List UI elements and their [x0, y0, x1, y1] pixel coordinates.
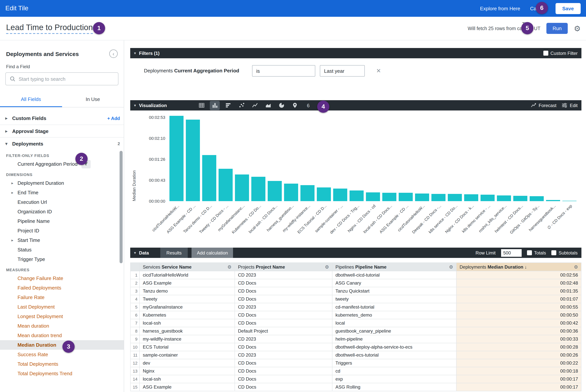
table-row[interactable]: 3Tanzu demoCD DocsTanzu Quickstart00:01:…	[130, 287, 581, 295]
field-item-organization-id[interactable]: Organization ID	[0, 207, 124, 216]
field-item-execution-url[interactable]: Execution Url	[0, 197, 124, 207]
field-group-approval-stage[interactable]: ▸Approval Stage	[0, 124, 124, 137]
remove-filter-icon[interactable]: ✕	[376, 65, 381, 74]
table-row[interactable]: 13NginxCD Docscd00:00:18	[130, 367, 581, 375]
field-item-longest-deployment[interactable]: Longest Deployment	[0, 312, 124, 321]
bar[interactable]	[170, 116, 183, 201]
column-chart-icon[interactable]	[210, 101, 220, 110]
table-row[interactable]: 11sample-containerCD 2023dbothwell-ecs-t…	[130, 351, 581, 359]
bar[interactable]	[415, 193, 429, 201]
data-header[interactable]: Data	[139, 250, 149, 256]
table-row[interactable]: 9my-wildfly-instanceCD 2023helm-pipeline…	[130, 335, 581, 343]
table-row[interactable]: 12devCD DocsTriggers00:00:22	[130, 359, 581, 367]
field-item-total-deployments-trend[interactable]: Total Deployments Trend	[0, 369, 124, 378]
field-item-success-rate[interactable]: Success Rate	[0, 350, 124, 359]
field-item-status[interactable]: Status	[0, 245, 124, 254]
single-value-icon[interactable]: 6	[303, 101, 313, 110]
bar[interactable]	[383, 193, 396, 201]
collapse-sidebar-icon[interactable]: ‹	[109, 50, 118, 58]
tab-in-use[interactable]: In Use	[62, 92, 124, 107]
map-pin-icon[interactable]	[290, 101, 300, 110]
bar[interactable]	[268, 181, 282, 201]
chevron-down-icon[interactable]: ▾	[134, 251, 136, 255]
line-chart-icon[interactable]	[250, 101, 260, 110]
bar-chart-icon[interactable]	[223, 101, 233, 110]
filter-operator-select[interactable]: is	[252, 65, 315, 76]
field-group-custom-fields[interactable]: ▸Custom Fields+ Add	[0, 112, 124, 124]
table-row[interactable]: 1cicdTutorialHelloWorldCD 2023dbothwell-…	[130, 271, 581, 279]
field-item-project-id[interactable]: Project ID	[0, 226, 124, 236]
table-row[interactable]: 6KubernetesCD Docskubernetes_demo00:00:5…	[130, 311, 581, 319]
bar[interactable]	[514, 196, 527, 201]
table-row[interactable]: 10ECS TutorialCD Docsdbothwell-deploy-al…	[130, 343, 581, 351]
add-calculation-button[interactable]: Add calculation	[191, 248, 233, 258]
row-limit-input[interactable]	[501, 249, 522, 256]
visualization-header[interactable]: Visualization	[139, 103, 167, 108]
field-search[interactable]	[5, 72, 118, 85]
table-row[interactable]: 4TweetyCD Docstweety00:01:07	[130, 295, 581, 303]
subtotals-checkbox[interactable]	[551, 250, 556, 255]
bar[interactable]	[481, 195, 495, 201]
bar[interactable]	[317, 188, 331, 201]
bar[interactable]	[219, 169, 232, 201]
table-row[interactable]: 8harness_guestbookDefault Projectguestbo…	[130, 327, 581, 335]
filter-value-input[interactable]: Last year	[320, 65, 365, 76]
bar[interactable]	[202, 155, 216, 201]
bar[interactable]	[530, 196, 544, 201]
field-group-deployments[interactable]: ▾Deployments2	[0, 137, 124, 150]
gear-icon[interactable]: ⚙	[574, 24, 581, 32]
bar[interactable]	[464, 194, 478, 201]
forecast-button[interactable]: Forecast	[531, 102, 556, 108]
column-header-project-name[interactable]: ⚙Projects Project Name	[235, 263, 332, 271]
scatter-chart-icon[interactable]	[236, 101, 246, 110]
field-item-failed-deployments[interactable]: Failed Deployments	[0, 283, 124, 292]
field-item-change-failure-rate[interactable]: Change Failure Rate	[0, 274, 124, 283]
table-row[interactable]: 5myGrafanaInstanceCD 2023cd-manifest-tut…	[130, 303, 581, 311]
edit-viz-button[interactable]: Edit	[562, 102, 578, 108]
bar[interactable]	[366, 192, 380, 201]
field-item-start-time[interactable]: ▸Start Time	[0, 236, 124, 245]
pie-chart-icon[interactable]	[276, 101, 286, 110]
bar[interactable]	[546, 200, 560, 201]
field-item-mean-duration[interactable]: Mean duration	[0, 321, 124, 331]
field-item-current-aggregation-period[interactable]: Current Aggregation Period	[0, 159, 124, 169]
tile-title-input[interactable]: Lead Time to Production	[6, 23, 93, 34]
table-row[interactable]: 2ASG ExampleCD DocsASG Canary00:02:48	[130, 279, 581, 287]
gear-icon[interactable]: ⚙	[449, 264, 453, 270]
gear-icon[interactable]: ⚙	[325, 264, 329, 270]
field-item-pipeline-name[interactable]: Pipeline Name	[0, 216, 124, 226]
bar[interactable]	[497, 196, 511, 201]
explore-from-here-link[interactable]: Explore from Here	[480, 6, 520, 11]
column-header-median-duration[interactable]: ⚙Deployments Median Duration ↓	[456, 263, 581, 271]
field-item-deployment-duration[interactable]: ▸Deployment Duration	[0, 178, 124, 188]
column-header-service-name[interactable]: ⚙Services Service Name	[139, 263, 235, 271]
field-item-end-time[interactable]: ▸End Time	[0, 188, 124, 197]
totals-checkbox[interactable]	[527, 250, 532, 255]
bar[interactable]	[186, 120, 200, 201]
bar[interactable]	[284, 184, 298, 201]
chevron-down-icon[interactable]: ▾	[134, 103, 136, 108]
field-item-failure-rate[interactable]: Failure Rate	[0, 292, 124, 302]
save-button[interactable]: Save	[555, 3, 581, 14]
bar[interactable]	[235, 174, 249, 201]
add-custom-field-button[interactable]: + Add	[107, 116, 120, 121]
field-item-median-duration[interactable]: Median Duration	[0, 340, 124, 350]
field-item-total-deployments[interactable]: Total Deployments	[0, 359, 124, 369]
table-row[interactable]: 14local-sshCD Docsexp00:00:17	[130, 375, 581, 383]
run-button[interactable]: Run	[547, 23, 568, 34]
bar[interactable]	[448, 194, 462, 201]
field-item-trigger-type[interactable]: Trigger Type	[0, 254, 124, 264]
column-header-pipeline-name[interactable]: ⚙Pipelines Pipeline Name	[332, 263, 456, 271]
custom-filter-checkbox[interactable]	[543, 51, 548, 56]
tab-all-fields[interactable]: All Fields	[0, 92, 62, 107]
bar[interactable]	[399, 193, 413, 201]
bar[interactable]	[432, 194, 445, 201]
sidebar-scrollbar[interactable]	[119, 151, 123, 263]
bar[interactable]	[333, 188, 347, 201]
table-icon[interactable]	[196, 101, 206, 110]
area-chart-icon[interactable]	[263, 101, 273, 110]
table-row[interactable]: 15ASG ExampleCD DocsASG Rolling00:00:17	[130, 383, 581, 391]
gear-icon[interactable]: ⚙	[227, 264, 231, 270]
chevron-down-icon[interactable]: ▾	[134, 51, 136, 55]
field-item-mean-duration-trend[interactable]: Mean duration trend	[0, 331, 124, 340]
